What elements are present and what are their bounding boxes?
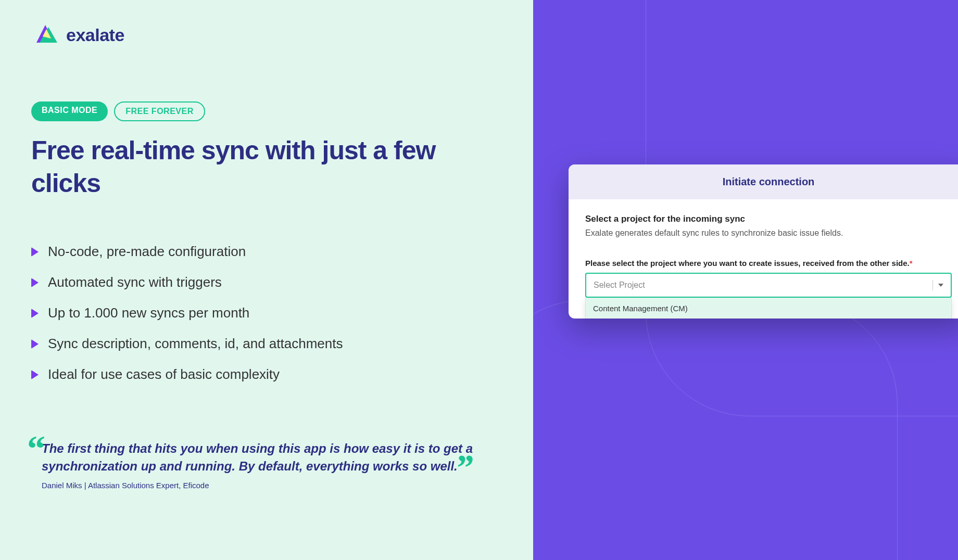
badges-row: BASIC MODE FREE FOREVER — [31, 101, 502, 121]
modal-body: Select a project for the incoming sync E… — [569, 199, 958, 319]
logo-icon — [31, 21, 60, 49]
feature-text: Ideal for use cases of basic complexity — [48, 366, 280, 383]
brand-logo: exalate — [31, 21, 502, 49]
testimonial-author: Daniel Miks | Atlassian Solutions Expert… — [42, 481, 484, 490]
initiate-connection-modal: Initiate connection Select a project for… — [569, 164, 958, 319]
project-select-container: Select Project Content Management (CM) C… — [585, 273, 952, 298]
project-select-label: Please select the project where you want… — [585, 259, 952, 268]
select-placeholder: Select Project — [594, 281, 645, 290]
bullet-icon — [31, 309, 39, 318]
dropdown-option[interactable]: Content Management (CM) — [586, 298, 951, 319]
feature-text: Sync description, comments, id, and atta… — [48, 336, 343, 352]
testimonial-text: The first thing that hits you when using… — [42, 440, 484, 475]
modal-title: Initiate connection — [569, 164, 958, 199]
select-divider — [932, 280, 933, 290]
feature-item: Automated sync with triggers — [31, 274, 502, 290]
bullet-icon — [31, 370, 39, 379]
decorative-line — [533, 300, 898, 560]
feature-item: No-code, pre-made configuration — [31, 244, 502, 260]
bullet-icon — [31, 278, 39, 287]
quote-open-icon: “ — [27, 430, 45, 467]
badge-free-forever: FREE FOREVER — [114, 101, 205, 121]
feature-item: Up to 1.000 new syncs per month — [31, 305, 502, 321]
project-select[interactable]: Select Project — [585, 273, 952, 298]
feature-text: Automated sync with triggers — [48, 274, 222, 290]
required-asterisk: * — [910, 259, 913, 268]
modal-subtitle: Exalate generates default sync rules to … — [585, 228, 952, 238]
project-dropdown: Content Management (CM) Customers Succes… — [585, 298, 952, 319]
feature-item: Sync description, comments, id, and atta… — [31, 336, 502, 352]
testimonial-block: “ The first thing that hits you when usi… — [31, 440, 484, 490]
page-headline: Free real-time sync with just a few clic… — [31, 134, 502, 199]
badge-basic-mode: BASIC MODE — [31, 101, 108, 121]
bullet-icon — [31, 247, 39, 257]
bullet-icon — [31, 339, 39, 349]
modal-section-title: Select a project for the incoming sync — [585, 214, 952, 224]
feature-text: Up to 1.000 new syncs per month — [48, 305, 249, 321]
feature-item: Ideal for use cases of basic complexity — [31, 366, 502, 383]
feature-text: No-code, pre-made configuration — [48, 244, 246, 260]
logo-text: exalate — [66, 25, 124, 45]
chevron-down-icon — [938, 284, 943, 287]
left-content-panel: exalate BASIC MODE FREE FOREVER Free rea… — [0, 0, 533, 560]
right-preview-panel: Initiate connection Select a project for… — [533, 0, 958, 560]
feature-list: No-code, pre-made configuration Automate… — [31, 244, 502, 383]
